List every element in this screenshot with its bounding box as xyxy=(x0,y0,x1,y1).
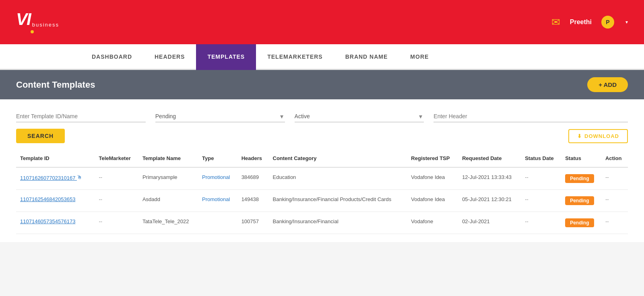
cell-action: -- xyxy=(601,212,628,234)
pending-badge: Pending xyxy=(565,218,594,227)
cell-template-name: Asdadd xyxy=(138,190,198,212)
nav-bar: DASHBOARD HEADERS TEMPLATES TELEMARKETER… xyxy=(0,44,644,70)
cell-registered-tsp: Vodafone Idea xyxy=(407,167,458,190)
cell-template-name: Primarysample xyxy=(138,167,198,190)
cell-telemarketer: -- xyxy=(95,167,138,190)
section-header: Content Templates + ADD xyxy=(0,70,644,99)
col-content-category: Content Category xyxy=(269,150,407,167)
logo-area: VI business xyxy=(16,11,59,33)
col-status: Status xyxy=(561,150,601,167)
table-wrapper: Template ID TeleMarketer Template Name T… xyxy=(0,150,644,242)
chevron-down-icon[interactable]: ▾ xyxy=(625,19,628,25)
cell-headers: 149438 xyxy=(237,190,269,212)
nav-item-more[interactable]: MORE xyxy=(399,44,440,70)
top-header: VI business ✉ Preethi P ▾ xyxy=(0,0,644,44)
pending-badge: Pending xyxy=(565,196,594,205)
logo-dot xyxy=(31,30,34,33)
cell-type xyxy=(198,212,237,234)
col-template-id: Template ID xyxy=(16,150,95,167)
active-select-wrapper: Active Inactive ▾ xyxy=(295,111,424,122)
cell-template-id[interactable]: 1107162607702310167 🖱 xyxy=(16,167,95,190)
nav-item-dashboard[interactable]: DASHBOARD xyxy=(80,44,143,70)
col-action: Action xyxy=(601,150,628,167)
user-name: Preethi xyxy=(570,18,592,26)
status-select-wrapper: Pending Active Inactive ▾ xyxy=(155,111,285,122)
section-title: Content Templates xyxy=(16,80,95,90)
col-template-name: Template Name xyxy=(138,150,198,167)
cell-status-date: -- xyxy=(521,212,561,234)
cell-template-name: TataTele_Tele_2022 xyxy=(138,212,198,234)
cell-telemarketer: -- xyxy=(95,212,138,234)
logo-vi: VI xyxy=(16,11,31,28)
download-icon: ⬇ xyxy=(577,133,582,139)
col-status-date: Status Date xyxy=(521,150,561,167)
header-input[interactable] xyxy=(433,111,628,122)
cell-type: Promotional xyxy=(198,167,237,190)
col-telemarketer: TeleMarketer xyxy=(95,150,138,167)
cell-action: -- xyxy=(601,190,628,212)
cell-headers: 384689 xyxy=(237,167,269,190)
nav-item-telemarketers[interactable]: TELEMARKETERS xyxy=(256,44,334,70)
cell-requested-date: 05-Jul-2021 12:30:21 xyxy=(458,190,521,212)
download-button[interactable]: ⬇ DOWNLOAD xyxy=(568,129,628,143)
filter-actions-row: SEARCH ⬇ DOWNLOAD xyxy=(16,129,628,143)
cell-content-category: Education xyxy=(269,167,407,190)
nav-item-brand-name[interactable]: BRAND NAME xyxy=(334,44,399,70)
cell-registered-tsp: Vodafone Idea xyxy=(407,190,458,212)
cell-content-category: Banking/Insurance/Financial xyxy=(269,212,407,234)
table-row: 1107162607702310167 🖱--PrimarysampleProm… xyxy=(16,167,628,190)
mail-icon[interactable]: ✉ xyxy=(551,16,560,29)
header-right: ✉ Preethi P ▾ xyxy=(551,16,628,29)
logo-business: business xyxy=(32,22,59,28)
cell-status-date: -- xyxy=(521,167,561,190)
filter-area: Pending Active Inactive ▾ Active Inactiv… xyxy=(0,99,644,150)
cell-template-id[interactable]: 1107162546842053653 xyxy=(16,190,95,212)
nav-item-templates[interactable]: TEMPLATES xyxy=(196,44,256,70)
nav-item-headers[interactable]: HEADERS xyxy=(143,44,196,70)
table-row: 1107146057354576173--TataTele_Tele_20221… xyxy=(16,212,628,234)
col-type: Type xyxy=(198,150,237,167)
cell-template-id[interactable]: 1107146057354576173 xyxy=(16,212,95,234)
cell-status: Pending xyxy=(561,167,601,190)
filter-row: Pending Active Inactive ▾ Active Inactiv… xyxy=(16,111,628,122)
cell-telemarketer: -- xyxy=(95,190,138,212)
logo-wrapper: VI business xyxy=(16,11,59,33)
cell-requested-date: 02-Jul-2021 xyxy=(458,212,521,234)
content-table: Template ID TeleMarketer Template Name T… xyxy=(16,150,628,234)
cell-action: -- xyxy=(601,167,628,190)
cell-registered-tsp: Vodafone xyxy=(407,212,458,234)
search-button[interactable]: SEARCH xyxy=(16,129,65,143)
col-requested-date: Requested Date xyxy=(458,150,521,167)
cell-type: Promotional xyxy=(198,190,237,212)
user-avatar[interactable]: P xyxy=(601,16,614,29)
cell-status: Pending xyxy=(561,212,601,234)
table-row: 1107162546842053653--AsdaddPromotional14… xyxy=(16,190,628,212)
cell-headers: 100757 xyxy=(237,212,269,234)
col-headers: Headers xyxy=(237,150,269,167)
table-header-row: Template ID TeleMarketer Template Name T… xyxy=(16,150,628,167)
cell-content-category: Banking/Insurance/Financial Products/Cre… xyxy=(269,190,407,212)
active-select[interactable]: Active Inactive xyxy=(295,111,424,122)
download-label: DOWNLOAD xyxy=(584,133,619,139)
cell-requested-date: 12-Jul-2021 13:33:43 xyxy=(458,167,521,190)
pending-badge: Pending xyxy=(565,174,594,183)
cell-status-date: -- xyxy=(521,190,561,212)
cell-status: Pending xyxy=(561,190,601,212)
col-registered-tsp: Registered TSP xyxy=(407,150,458,167)
status-select[interactable]: Pending Active Inactive xyxy=(155,111,285,122)
template-id-input[interactable] xyxy=(16,111,146,122)
add-button[interactable]: + ADD xyxy=(587,77,628,92)
